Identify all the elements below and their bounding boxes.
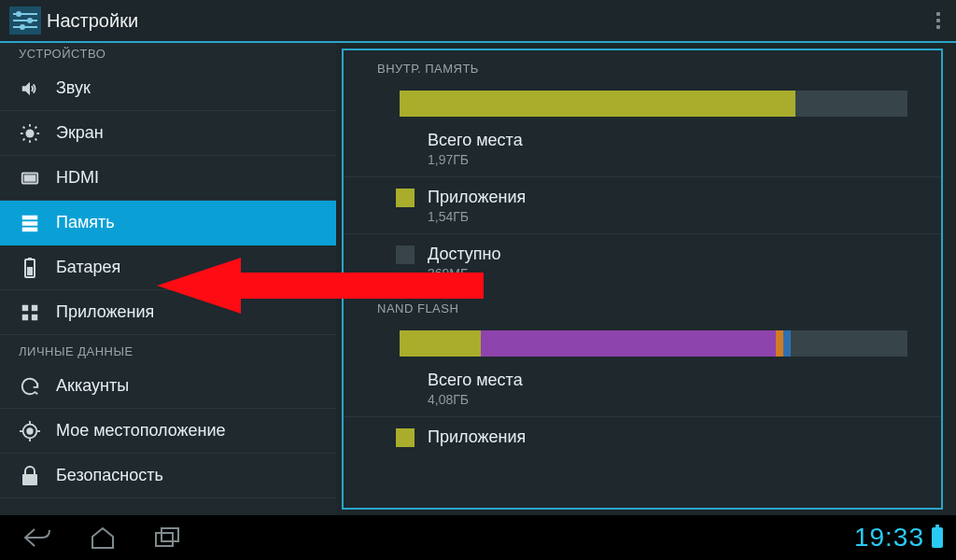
swatch-apps: [396, 189, 415, 207]
sidebar-item-display[interactable]: Экран: [0, 111, 336, 156]
storage-section-internal-title: ВНУТР. ПАМЯТЬ: [344, 50, 941, 83]
overflow-menu-icon[interactable]: [930, 12, 947, 29]
storage-row-apps-nand[interactable]: Приложения: [344, 416, 941, 458]
svg-line-13: [35, 138, 37, 140]
sidebar-item-label: HDMI: [56, 168, 99, 188]
nav-back-button[interactable]: [13, 521, 62, 554]
sidebar-item-label: Экран: [56, 123, 104, 143]
row-sub: 369МБ: [428, 266, 501, 281]
storage-bar-seg: [776, 330, 783, 357]
storage-bar-internal: [400, 91, 907, 117]
row-title: Всего места: [428, 130, 523, 150]
svg-point-6: [20, 24, 25, 30]
storage-row-total[interactable]: Всего места 1,97ГБ: [344, 120, 941, 176]
row-sub: 1,97ГБ: [428, 152, 523, 167]
storage-row-total-nand[interactable]: Всего места 4,08ГБ: [344, 360, 941, 416]
storage-bar-nand: [400, 330, 907, 357]
svg-rect-37: [162, 528, 178, 541]
svg-line-15: [35, 126, 37, 128]
storage-section-nand-title: NAND FLASH: [344, 290, 941, 323]
storage-row-apps[interactable]: Приложения 1,54ГБ: [344, 176, 941, 233]
svg-rect-23: [27, 267, 33, 275]
svg-rect-36: [156, 533, 173, 546]
settings-tuner-icon: [9, 7, 41, 35]
swatch-none: [396, 132, 415, 150]
svg-rect-24: [22, 304, 28, 310]
svg-line-14: [23, 138, 25, 140]
svg-point-5: [27, 18, 33, 23]
storage-bar-seg: [481, 330, 776, 357]
system-navbar: 19:33: [0, 515, 956, 560]
sidebar-item-label: Мое местоположение: [56, 421, 226, 441]
sidebar-item-location[interactable]: Мое местоположение: [0, 409, 336, 454]
swatch-none: [396, 371, 415, 390]
lock-icon: [17, 463, 43, 489]
hdmi-icon: [17, 165, 43, 191]
storage-bar-seg: [783, 330, 791, 357]
storage-bar-seg: [795, 91, 907, 117]
sidebar-item-label: Безопасность: [56, 466, 163, 485]
svg-line-12: [23, 126, 25, 128]
sidebar-item-accounts[interactable]: Аккаунты: [0, 364, 336, 409]
svg-rect-17: [25, 175, 35, 181]
status-clock: 19:33: [854, 523, 924, 553]
brightness-icon: [17, 120, 43, 147]
svg-rect-26: [22, 314, 28, 319]
row-title: Приложения: [428, 427, 526, 447]
nav-home-button[interactable]: [78, 521, 127, 554]
sidebar-item-label: Приложения: [56, 302, 154, 322]
storage-row-available[interactable]: Доступно 369МБ: [344, 233, 941, 290]
row-title: Всего места: [428, 370, 523, 390]
sidebar-item-label: Звук: [56, 78, 91, 98]
svg-rect-22: [28, 258, 32, 260]
settings-sidebar: УСТРОЙСТВО Звук Экран: [0, 43, 336, 515]
sidebar-item-hdmi[interactable]: HDMI: [0, 156, 336, 201]
apps-icon: [17, 300, 43, 326]
swatch-available: [396, 245, 415, 264]
storage-bar-seg: [400, 91, 795, 117]
svg-point-29: [27, 428, 33, 434]
svg-rect-27: [32, 314, 37, 319]
svg-rect-18: [22, 215, 38, 219]
sidebar-item-storage[interactable]: Память: [0, 201, 336, 245]
storage-bar-seg: [400, 330, 481, 357]
sidebar-item-security[interactable]: Безопасность: [0, 454, 336, 498]
storage-bar-seg: [791, 330, 907, 357]
location-icon: [17, 418, 43, 444]
sidebar-item-label: Память: [56, 213, 115, 232]
svg-rect-34: [22, 474, 37, 485]
sidebar-item-apps[interactable]: Приложения: [0, 290, 336, 335]
volume-icon: [17, 76, 43, 102]
swatch-apps: [396, 428, 415, 447]
status-battery-icon: [932, 527, 943, 548]
row-sub: 1,54ГБ: [428, 209, 526, 224]
svg-rect-20: [22, 227, 38, 231]
row-sub: 4,08ГБ: [428, 392, 523, 407]
app-title: Настройки: [47, 10, 138, 32]
sidebar-item-label: Батарея: [56, 258, 120, 277]
storage-detail-panel: ВНУТР. ПАМЯТЬ Всего места 1,97ГБ: [342, 49, 943, 510]
svg-rect-19: [22, 221, 38, 226]
svg-point-7: [25, 129, 34, 137]
battery-icon: [17, 255, 43, 281]
section-header-device: УСТРОЙСТВО: [0, 43, 336, 66]
storage-icon: [17, 210, 43, 236]
section-header-personal: ЛИЧНЫЕ ДАННЫЕ: [0, 335, 336, 364]
sidebar-item-label: Аккаунты: [56, 376, 129, 396]
sidebar-item-battery[interactable]: Батарея: [0, 245, 336, 290]
sync-icon: [17, 373, 43, 399]
title-bar: Настройки: [0, 0, 956, 43]
row-title: Приложения: [428, 187, 526, 207]
sidebar-item-sound[interactable]: Звук: [0, 66, 336, 111]
row-title: Доступно: [428, 244, 501, 264]
svg-point-4: [16, 11, 21, 17]
nav-recents-button[interactable]: [144, 521, 192, 554]
svg-rect-25: [32, 304, 37, 310]
